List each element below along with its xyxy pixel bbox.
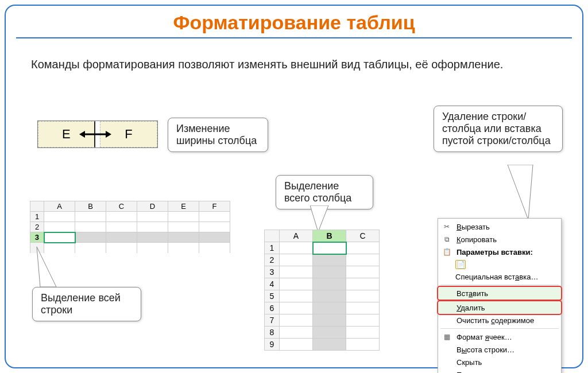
callout-tail-row	[34, 247, 63, 288]
row-header[interactable]: 3	[265, 266, 280, 278]
menu-show[interactable]: Показать	[438, 368, 561, 373]
menu-paste-option-button[interactable]: 📄	[438, 258, 561, 271]
intro-text: Команды форматирования позволяют изменят…	[31, 57, 557, 72]
menu-cut[interactable]: ✂ Вырезать	[438, 220, 561, 233]
svg-marker-1	[79, 131, 85, 138]
col-header[interactable]: E	[168, 201, 199, 212]
col-header[interactable]: C	[106, 201, 137, 212]
menu-copy[interactable]: ⧉ Копировать	[438, 233, 561, 246]
context-menu: ✂ Вырезать ⧉ Копировать 📋 Параметры вста…	[438, 218, 562, 373]
row-header-selected[interactable]: 3	[30, 232, 44, 243]
callout-tail-col	[310, 205, 333, 232]
menu-separator	[440, 328, 559, 329]
col-header[interactable]: B	[75, 201, 106, 212]
menu-row-height[interactable]: Высота строки…	[438, 343, 561, 356]
copy-icon: ⧉	[442, 235, 452, 244]
callout-column-width: Изменение ширины столбца	[168, 118, 268, 152]
menu-clear[interactable]: Очистить содержимое	[438, 314, 561, 327]
slide-frame: Форматирование таблиц Команды форматиров…	[5, 5, 583, 368]
menu-insert-label: Вставить	[457, 289, 488, 298]
menu-paste-special-label: Специальная вставка…	[455, 273, 538, 281]
row-selection-grid: A B C D E F 1 2 3	[30, 201, 230, 253]
row-header[interactable]: 1	[30, 212, 44, 222]
menu-copy-label: Копировать	[457, 235, 497, 244]
callout-row-select: Выделение всей строки	[32, 287, 141, 321]
menu-hide[interactable]: Скрыть	[438, 356, 561, 368]
col-header[interactable]: D	[137, 201, 168, 212]
callout-tail-menu	[503, 165, 537, 220]
column-selection-grid: A B C 1 2 3 4 5 6 7 8 9	[264, 230, 380, 351]
menu-delete[interactable]: Удалить	[438, 301, 561, 314]
col-header[interactable]: A	[280, 230, 313, 242]
menu-format-cells[interactable]: ▦ Формат ячеек…	[438, 331, 561, 343]
blank-icon	[442, 370, 452, 373]
clipboard-icon: 📋	[442, 247, 452, 257]
format-cells-icon: ▦	[442, 332, 452, 341]
menu-paste-special[interactable]: Специальная вставка…	[438, 271, 561, 283]
active-cell[interactable]	[44, 232, 75, 243]
svg-marker-3	[37, 247, 56, 287]
menu-hide-label: Скрыть	[457, 358, 482, 367]
active-cell[interactable]	[313, 242, 346, 254]
row-header[interactable]: 8	[265, 327, 280, 339]
row-header[interactable]: 7	[265, 314, 280, 327]
menu-paste-options[interactable]: 📋 Параметры вставки:	[438, 246, 561, 258]
row-col-corner[interactable]	[30, 201, 44, 212]
row-header[interactable]: 4	[265, 278, 280, 290]
menu-insert[interactable]: Вставить	[438, 287, 561, 300]
callout-col-select-text: Выделение всего столбца	[284, 180, 351, 204]
blank-icon	[442, 289, 452, 298]
resize-arrow-icon	[79, 128, 111, 141]
col-header[interactable]: F	[199, 201, 230, 212]
column-width-demo: E F	[37, 121, 158, 148]
col-header[interactable]: C	[346, 230, 380, 242]
callout-row-select-text: Выделение всей строки	[41, 292, 121, 316]
menu-separator	[440, 285, 559, 285]
row-header[interactable]: 2	[265, 254, 280, 266]
callout-column-width-text: Изменение ширины столбца	[176, 123, 257, 146]
row-header[interactable]: 2	[30, 222, 44, 232]
paste-icon: 📄	[455, 260, 466, 269]
col-header-selected[interactable]: B	[313, 230, 346, 242]
menu-delete-label: Удалить	[457, 304, 485, 312]
menu-format-cells-label: Формат ячеек…	[457, 333, 512, 341]
row-header[interactable]: 9	[265, 339, 280, 351]
menu-paste-options-label: Параметры вставки:	[457, 248, 533, 257]
callout-insert-delete: Удаление строки/столбца или вставка пуст…	[434, 106, 563, 152]
svg-marker-4	[310, 205, 328, 232]
cut-icon: ✂	[442, 222, 452, 231]
callout-insert-delete-text: Удаление строки/столбца или вставка пуст…	[442, 111, 551, 146]
callout-col-select: Выделение всего столбца	[276, 175, 373, 209]
menu-clear-label: Очистить содержимое	[457, 316, 534, 325]
blank-icon	[442, 316, 452, 325]
blank-icon	[442, 303, 452, 312]
menu-cut-label: Вырезать	[457, 223, 490, 231]
page-title: Форматирование таблиц	[6, 11, 582, 34]
menu-row-height-label: Высота строки…	[457, 345, 514, 354]
title-underline	[16, 37, 572, 38]
svg-marker-2	[106, 131, 111, 138]
menu-show-label: Показать	[457, 371, 488, 374]
svg-marker-5	[508, 165, 533, 220]
blank-icon	[442, 358, 452, 367]
col-header[interactable]: A	[44, 201, 75, 212]
row-col-corner[interactable]	[265, 230, 280, 242]
blank-icon	[442, 345, 452, 354]
row-header[interactable]: 5	[265, 290, 280, 302]
row-header[interactable]: 1	[265, 242, 280, 254]
row-header[interactable]: 6	[265, 302, 280, 314]
